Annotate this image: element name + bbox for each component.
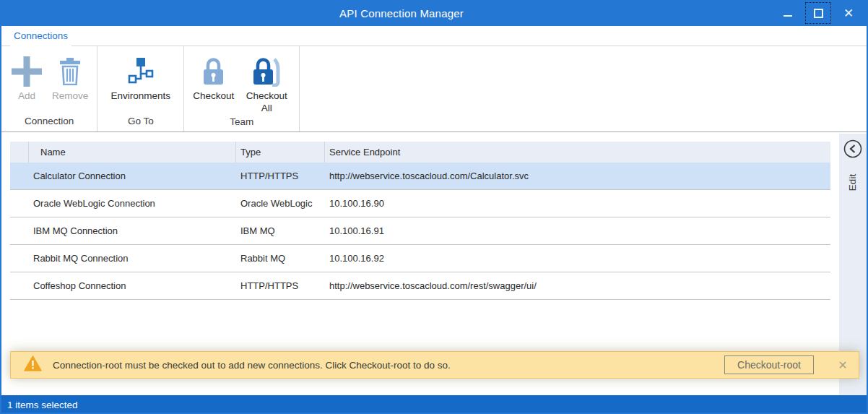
environments-button-label: Environments [111, 90, 171, 103]
checkout-button-label: Checkout [193, 90, 234, 103]
title-bar: API Connection Manager ✕ [0, 0, 868, 26]
lock-all-icon [251, 54, 282, 89]
add-button[interactable]: Add [6, 53, 48, 104]
maximize-icon [814, 9, 823, 18]
column-header-type[interactable]: Type [236, 142, 325, 163]
banner-close-icon[interactable]: ✕ [836, 358, 850, 372]
status-bar: 1 items selected [0, 395, 868, 414]
cell-type: HTTP/HTTPS [236, 272, 325, 299]
trash-icon [59, 54, 81, 89]
cell-type: Rabbit MQ [236, 245, 325, 272]
minimize-icon [784, 15, 792, 17]
edit-panel-label: Edit [847, 173, 858, 190]
cell-name: Coffeshop Connection [29, 272, 236, 299]
ribbon-group-label-goto: Go To [102, 116, 179, 131]
row-selector-cell[interactable] [10, 190, 29, 217]
ribbon-group-connection: Add Remove Connection [1, 46, 97, 131]
cell-endpoint: 10.100.16.91 [325, 217, 830, 244]
cell-endpoint: 10.100.16.92 [325, 245, 830, 272]
cell-type: IBM MQ [236, 217, 325, 244]
cell-endpoint: http://webservice.toscacloud.com/Calcula… [325, 163, 830, 189]
cell-name: IBM MQ Connection [29, 217, 236, 244]
cell-endpoint: 10.100.16.90 [325, 190, 830, 217]
column-header-endpoint[interactable]: Service Endpoint [325, 142, 830, 163]
lock-icon [201, 54, 226, 89]
table-row[interactable]: Oracle WebLogic Connection Oracle WebLog… [10, 190, 830, 217]
edit-panel-label-wrap[interactable]: Edit [844, 165, 861, 199]
table-row[interactable]: Calculator Connection HTTP/HTTPS http://… [10, 163, 830, 190]
table-row[interactable]: Coffeshop Connection HTTP/HTTPS http://w… [10, 272, 830, 300]
ribbon-group-label-connection: Connection [6, 116, 92, 131]
column-header-selector[interactable] [10, 142, 29, 163]
remove-button[interactable]: Remove [48, 53, 92, 104]
environments-icon [127, 54, 155, 89]
ribbon-group-team: Checkout Checkout All Team [183, 46, 299, 131]
ribbon-tab-row: Connections [1, 26, 867, 46]
close-button[interactable]: ✕ [833, 1, 864, 25]
connections-table: Name Type Service Endpoint Calculator Co… [10, 142, 830, 300]
ribbon-group-goto: Environments Go To [97, 46, 183, 131]
column-header-name[interactable]: Name [29, 142, 236, 163]
cell-endpoint: http://webservice.toscacloud.com/rest/sw… [325, 272, 830, 299]
row-selector-cell[interactable] [10, 245, 29, 272]
table-row[interactable]: Rabbit MQ Connection Rabbit MQ 10.100.16… [10, 245, 830, 272]
minimize-button[interactable] [773, 1, 803, 25]
row-selector-cell[interactable] [10, 272, 29, 299]
environments-button[interactable]: Environments [107, 53, 175, 104]
warning-banner: Connection-root must be checked out to a… [10, 351, 859, 379]
checkout-root-button[interactable]: Checkout-root [724, 355, 814, 374]
ribbon-empty-space [299, 46, 867, 131]
table-header-row: Name Type Service Endpoint [10, 142, 830, 163]
app-window: API Connection Manager ✕ Connections [0, 0, 868, 414]
table-row[interactable]: IBM MQ Connection IBM MQ 10.100.16.91 [10, 217, 830, 245]
status-text: 1 items selected [7, 400, 78, 410]
cell-type: HTTP/HTTPS [236, 163, 325, 189]
remove-button-label: Remove [52, 90, 88, 103]
warning-triangle-icon [24, 355, 42, 374]
cell-name: Oracle WebLogic Connection [29, 190, 236, 217]
cell-name: Rabbit MQ Connection [29, 245, 236, 272]
tab-connections[interactable]: Connections [10, 27, 71, 46]
window-controls: ✕ [773, 0, 864, 26]
row-selector-cell[interactable] [10, 163, 29, 189]
cell-type: Oracle WebLogic [236, 190, 325, 217]
ribbon-group-label-team: Team [188, 116, 295, 132]
checkout-button[interactable]: Checkout [188, 53, 238, 104]
expand-edit-panel-button[interactable] [843, 139, 862, 158]
maximize-button[interactable] [803, 1, 833, 25]
warning-message: Connection-root must be checked out to a… [53, 360, 724, 371]
plus-icon [10, 54, 43, 89]
checkout-all-button-label: Checkout All [243, 90, 290, 115]
ribbon: Add Remove Connection [1, 46, 867, 132]
checkout-all-button[interactable]: Checkout All [238, 53, 295, 116]
window-title: API Connection Manager [0, 0, 803, 26]
row-selector-cell[interactable] [10, 217, 29, 244]
close-icon: ✕ [843, 7, 854, 20]
cell-name: Calculator Connection [29, 163, 236, 189]
add-button-label: Add [18, 90, 35, 103]
